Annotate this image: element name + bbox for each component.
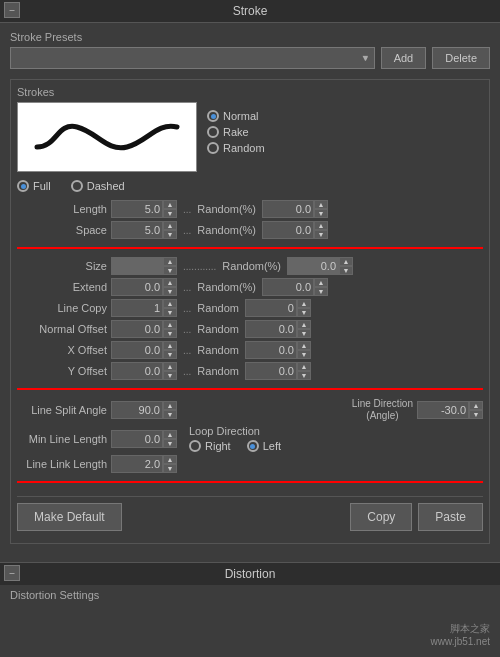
linecopy-label: Line Copy: [17, 302, 107, 314]
yoffset-down[interactable]: ▼: [163, 371, 177, 380]
preset-dropdown[interactable]: ▼: [10, 47, 375, 69]
radio-full-dot[interactable]: [17, 180, 29, 192]
radio-left[interactable]: Left: [247, 440, 281, 452]
xoffset-input[interactable]: [111, 341, 163, 359]
space-random-down[interactable]: ▼: [314, 230, 328, 239]
length-random-input[interactable]: [262, 200, 314, 218]
extend-random-up[interactable]: ▲: [314, 278, 328, 287]
minline-up[interactable]: ▲: [163, 430, 177, 439]
linecopy-input[interactable]: [111, 299, 163, 317]
space-down[interactable]: ▼: [163, 230, 177, 239]
linecopy-random-input[interactable]: [245, 299, 297, 317]
radio-left-label: Left: [263, 440, 281, 452]
xoffset-down[interactable]: ▼: [163, 350, 177, 359]
extend-up[interactable]: ▲: [163, 278, 177, 287]
paste-button[interactable]: Paste: [418, 503, 483, 531]
size-spinner: ▲ ▼: [163, 257, 177, 275]
splitangle-input[interactable]: [111, 401, 163, 419]
normaloffset-random-input[interactable]: [245, 320, 297, 338]
distortion-collapse-btn[interactable]: –: [4, 565, 20, 581]
radio-random-dot[interactable]: [207, 142, 219, 154]
minline-down[interactable]: ▼: [163, 439, 177, 448]
length-input[interactable]: [111, 200, 163, 218]
length-random-up[interactable]: ▲: [314, 200, 328, 209]
copy-button[interactable]: Copy: [350, 503, 412, 531]
linecopy-random-group: ▲ ▼: [245, 299, 311, 317]
dirangle-down[interactable]: ▼: [469, 410, 483, 419]
linecopy-random-down[interactable]: ▼: [297, 308, 311, 317]
radio-normal-dot[interactable]: [207, 110, 219, 122]
linklength-down[interactable]: ▼: [163, 464, 177, 473]
size-random-up[interactable]: ▲: [339, 257, 353, 266]
size-random-down[interactable]: ▼: [339, 266, 353, 275]
space-up[interactable]: ▲: [163, 221, 177, 230]
space-random-input[interactable]: [262, 221, 314, 239]
size-down[interactable]: ▼: [163, 266, 177, 275]
add-button[interactable]: Add: [381, 47, 427, 69]
extend-down[interactable]: ▼: [163, 287, 177, 296]
extend-random-input[interactable]: [262, 278, 314, 296]
radio-dashed[interactable]: Dashed: [71, 180, 125, 192]
normaloffset-up[interactable]: ▲: [163, 320, 177, 329]
dirangle-label: Line Direction(Angle): [352, 398, 413, 422]
yoffset-random-down[interactable]: ▼: [297, 371, 311, 380]
linklength-input[interactable]: [111, 455, 163, 473]
extend-input[interactable]: [111, 278, 163, 296]
param-row-normaloffset: Normal Offset ▲ ▼ ... Random ▲ ▼: [17, 320, 483, 338]
size-random-label: Random(%): [222, 260, 281, 272]
minline-input[interactable]: [111, 430, 163, 448]
radio-normal[interactable]: Normal: [207, 110, 265, 122]
splitangle-down[interactable]: ▼: [163, 410, 177, 419]
radio-right-dot[interactable]: [189, 440, 201, 452]
radio-random[interactable]: Random: [207, 142, 265, 154]
splitangle-up[interactable]: ▲: [163, 401, 177, 410]
normaloffset-random-up[interactable]: ▲: [297, 320, 311, 329]
xoffset-spinner: ▲ ▼: [163, 341, 177, 359]
xoffset-up[interactable]: ▲: [163, 341, 177, 350]
xoffset-label: X Offset: [17, 344, 107, 356]
xoffset-random-input[interactable]: [245, 341, 297, 359]
linecopy-up[interactable]: ▲: [163, 299, 177, 308]
radio-rake-dot[interactable]: [207, 126, 219, 138]
split-angle-row: Line Split Angle ▲ ▼: [17, 401, 346, 419]
length-random-down[interactable]: ▼: [314, 209, 328, 218]
radio-dashed-label: Dashed: [87, 180, 125, 192]
extend-random-down[interactable]: ▼: [314, 287, 328, 296]
radio-dashed-dot[interactable]: [71, 180, 83, 192]
distortion-bar: – Distortion: [0, 562, 500, 585]
size-up[interactable]: ▲: [163, 257, 177, 266]
space-random-up[interactable]: ▲: [314, 221, 328, 230]
dirangle-input[interactable]: [417, 401, 469, 419]
normaloffset-random-down[interactable]: ▼: [297, 329, 311, 338]
space-input[interactable]: [111, 221, 163, 239]
collapse-btn[interactable]: –: [4, 2, 20, 18]
size-input[interactable]: [111, 257, 163, 275]
length-input-group: ▲ ▼: [111, 200, 177, 218]
yoffset-up[interactable]: ▲: [163, 362, 177, 371]
yoffset-random-up[interactable]: ▲: [297, 362, 311, 371]
param-row-linecopy: Line Copy ▲ ▼ ... Random ▲ ▼: [17, 299, 483, 317]
make-default-button[interactable]: Make Default: [17, 503, 122, 531]
radio-rake[interactable]: Rake: [207, 126, 265, 138]
delete-button[interactable]: Delete: [432, 47, 490, 69]
linklength-up[interactable]: ▲: [163, 455, 177, 464]
radio-right[interactable]: Right: [189, 440, 231, 452]
yoffset-random-input[interactable]: [245, 362, 297, 380]
loop-direction-label: Loop Direction: [189, 425, 483, 437]
linecopy-down[interactable]: ▼: [163, 308, 177, 317]
dirangle-up[interactable]: ▲: [469, 401, 483, 410]
radio-left-dot[interactable]: [247, 440, 259, 452]
xoffset-random-up[interactable]: ▲: [297, 341, 311, 350]
normaloffset-input[interactable]: [111, 320, 163, 338]
watermark-line1: 脚本之家: [431, 622, 490, 636]
xoffset-random-down[interactable]: ▼: [297, 350, 311, 359]
length-down[interactable]: ▼: [163, 209, 177, 218]
direction-angle-group: Line Direction(Angle) ▲ ▼: [352, 398, 483, 422]
length-up[interactable]: ▲: [163, 200, 177, 209]
linecopy-random-up[interactable]: ▲: [297, 299, 311, 308]
radio-full[interactable]: Full: [17, 180, 51, 192]
yoffset-input[interactable]: [111, 362, 163, 380]
normaloffset-down[interactable]: ▼: [163, 329, 177, 338]
size-random-input[interactable]: [287, 257, 339, 275]
space-spinner: ▲ ▼: [163, 221, 177, 239]
